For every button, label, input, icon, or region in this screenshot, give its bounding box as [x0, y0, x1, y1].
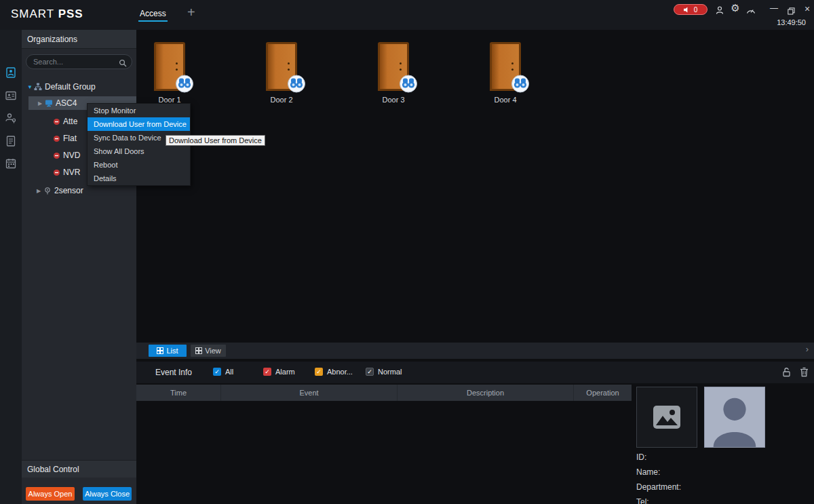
filter-label: Normal	[378, 368, 402, 376]
sidebar-item-calendar[interactable]	[5, 157, 17, 170]
filter-label: All	[225, 368, 233, 376]
door-item[interactable]: Door 2	[254, 42, 309, 104]
always-open-button[interactable]: Always Open	[26, 487, 75, 501]
trash-icon[interactable]	[799, 367, 810, 378]
global-control-header: Global Control	[22, 460, 136, 478]
sidebar-item-user-auth[interactable]	[5, 112, 17, 124]
always-close-button[interactable]: Always Close	[83, 487, 132, 501]
clock: 13:49:50	[777, 18, 806, 26]
calendar-icon	[5, 157, 17, 170]
tree-node-label: NVR	[63, 168, 80, 177]
tree-node-label: Default Group	[45, 82, 96, 92]
menu-item-reboot[interactable]: Reboot	[88, 158, 190, 172]
menu-item-show-all-doors[interactable]: Show All Doors	[88, 144, 190, 158]
door-icon	[490, 42, 521, 91]
org-search-box[interactable]	[26, 54, 132, 69]
tree-node-label: ASC4	[56, 98, 77, 108]
alarm-count: 0	[694, 6, 698, 14]
door-icon	[266, 42, 297, 91]
expander-right-icon[interactable]: ▶	[38, 100, 45, 106]
column-header-time: Time	[136, 385, 221, 401]
door-item[interactable]: Door 1	[142, 42, 197, 104]
unlock-icon[interactable]	[781, 367, 792, 378]
column-header-event: Event	[221, 385, 398, 401]
filter-all[interactable]: ✓ All	[213, 368, 233, 376]
speaker-icon	[684, 7, 690, 13]
door-canvas: Door 1 Door 2 Door 3 Door 4	[136, 30, 814, 343]
gear-icon[interactable]: ⚙	[730, 3, 741, 14]
alarm-badge[interactable]: 0	[674, 4, 708, 15]
expander-right-icon[interactable]: ▶	[37, 188, 43, 194]
tree-node-label: 2sensor	[54, 186, 83, 195]
list-view-button[interactable]: List	[149, 345, 187, 357]
organizations-panel: Organizations ▼ Default Group ▶ ASC4	[22, 30, 136, 504]
search-icon[interactable]	[119, 58, 127, 70]
group-icon	[34, 83, 42, 91]
door-label: Door 4	[478, 96, 533, 104]
module-sidebar	[0, 30, 22, 504]
view-toggle-bar: List View ›	[136, 343, 814, 359]
checkbox-normal[interactable]: ✓	[366, 368, 374, 376]
tree-node-label: Atte	[63, 117, 77, 126]
tree-node-label: NVD	[63, 151, 80, 160]
menu-item-stop-monitor[interactable]: Stop Monitor	[88, 104, 190, 117]
access-control-icon	[5, 66, 17, 79]
monitor-binoculars-icon	[510, 75, 530, 93]
tab-access[interactable]: Access	[140, 9, 166, 18]
close-button[interactable]: ×	[802, 3, 813, 14]
event-filter-bar: Event Info ✓ All ✓ Alarm ✓ Abnor... ✓ No…	[136, 362, 814, 383]
expander-down-icon[interactable]: ▼	[27, 84, 34, 90]
door-icon	[378, 42, 409, 91]
id-card-icon	[5, 90, 17, 102]
search-input[interactable]	[33, 56, 115, 67]
filter-alarm[interactable]: ✓ Alarm	[263, 368, 295, 376]
minimize-button[interactable]: —	[769, 3, 779, 14]
tab-active-underline	[138, 20, 168, 22]
dashboard-gauge-icon[interactable]	[745, 5, 756, 16]
door-item[interactable]: Door 3	[366, 42, 421, 104]
log-icon	[5, 135, 17, 147]
restore-button[interactable]	[786, 5, 796, 16]
event-info-label: Event Info	[155, 368, 192, 377]
sidebar-item-contacts[interactable]	[5, 90, 17, 102]
field-tel: Tel:	[636, 497, 649, 504]
checkbox-all[interactable]: ✓	[213, 368, 221, 376]
door-label: Door 2	[254, 96, 309, 104]
door-item[interactable]: Door 4	[478, 42, 533, 104]
tree-node-label: Flat	[63, 134, 77, 143]
image-placeholder-icon	[653, 405, 681, 429]
checkbox-abnormal[interactable]: ✓	[315, 368, 323, 376]
field-department: Department:	[636, 482, 681, 492]
expand-panel-icon[interactable]: ›	[806, 344, 809, 354]
person-silhouette-icon	[705, 387, 764, 447]
app-logo: SMART PSS	[11, 7, 83, 21]
filter-abnormal[interactable]: ✓ Abnor...	[315, 368, 353, 376]
menu-tooltip: Download User from Device	[166, 135, 265, 146]
list-view-label: List	[166, 347, 178, 355]
logo-smart: SMART	[11, 7, 54, 20]
tab-access-label: Access	[140, 9, 166, 18]
console-view-button[interactable]: View	[191, 345, 226, 357]
menu-item-details[interactable]: Details	[88, 172, 190, 185]
checkbox-alarm[interactable]: ✓	[263, 368, 271, 376]
sensor-icon	[43, 187, 52, 195]
door-label: Door 3	[366, 96, 421, 104]
user-lock-icon	[5, 112, 17, 124]
topbar: SMART PSS Access + 0 ⚙ — × 13:49:50	[0, 0, 814, 30]
new-tab-button[interactable]: +	[187, 5, 195, 20]
field-id: ID:	[636, 452, 646, 462]
offline-device-icon	[53, 118, 60, 125]
filter-label: Alarm	[275, 368, 295, 376]
user-icon[interactable]	[714, 5, 725, 16]
sidebar-item-access[interactable]	[5, 66, 17, 79]
menu-item-download-user[interactable]: Download User from Device	[88, 117, 190, 131]
filter-label: Abnor...	[327, 368, 353, 376]
grid-icon	[195, 347, 202, 354]
sidebar-item-log[interactable]	[5, 135, 17, 147]
filter-normal[interactable]: ✓ Normal	[366, 368, 402, 376]
device-icon	[45, 99, 53, 107]
tree-node-default-group[interactable]: ▼ Default Group	[22, 79, 136, 95]
event-table-header: Time Event Description Operation	[136, 385, 632, 401]
monitor-binoculars-icon	[286, 75, 307, 93]
column-header-operation: Operation	[574, 385, 632, 401]
